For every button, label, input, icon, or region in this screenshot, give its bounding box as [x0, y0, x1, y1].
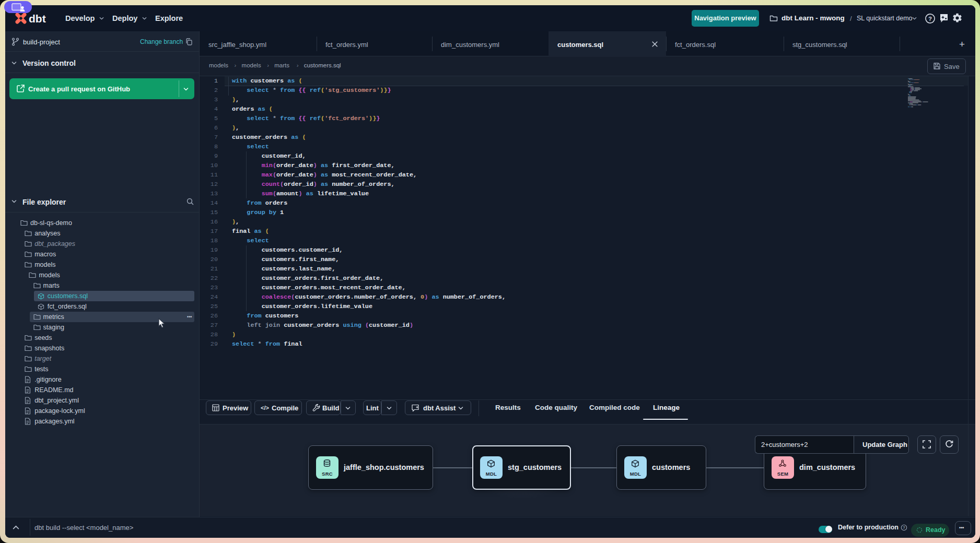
svg-text:?: ? — [903, 525, 905, 530]
svg-text:?: ? — [928, 16, 932, 22]
